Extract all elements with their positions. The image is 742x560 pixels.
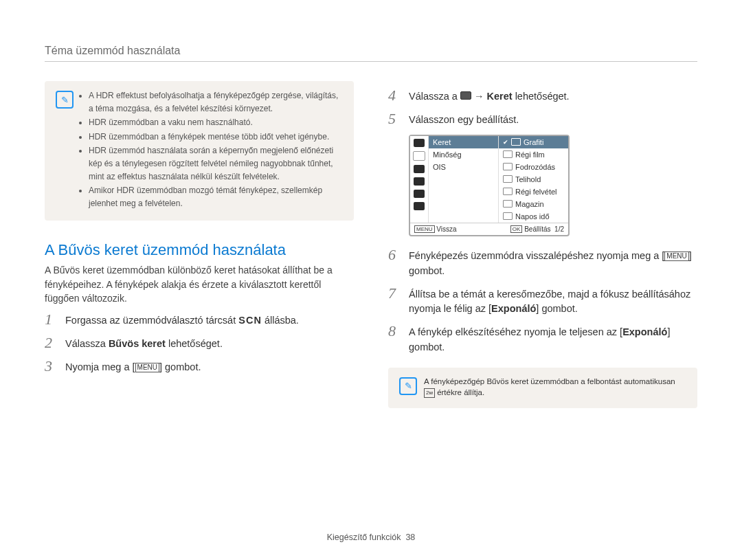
note-item: HDR üzemmódban a fényképek mentése több … (89, 131, 343, 144)
step-number: 5 (388, 111, 402, 126)
lcd-menu-item-keret: Keret (429, 136, 498, 148)
frame-icon (503, 212, 513, 220)
note-item: A HDR effektust befolyásolhatja a fényké… (89, 89, 343, 115)
step-1: 1 Forgassa az üzemmódválasztó tárcsát SC… (45, 312, 354, 328)
section-heading: A Bűvös keret üzemmód használata (45, 241, 354, 259)
step-text: Forgassa az üzemmódválasztó tárcsát SCN … (65, 312, 299, 328)
note-icon: ✎ (56, 91, 74, 109)
note-item: HDR üzemmódban a vaku nem használható. (89, 116, 343, 129)
step-number: 2 (45, 335, 58, 350)
movie-icon (414, 139, 425, 147)
frame-icon (503, 188, 513, 195)
step-text: Nyomja meg a [MENU] gombot. (65, 359, 201, 375)
note-item: HDR üzemmód használata során a képernyőn… (89, 144, 343, 183)
arrow-icon: → (474, 91, 484, 102)
step-text: Fényképezés üzemmódra visszalépéshez nyo… (409, 247, 697, 279)
right-column: 4 Válassza a → Keret lehetőséget. 5 Vála… (388, 81, 697, 408)
step-7: 7 Állítsa be a témát a keresőmezőbe, maj… (388, 286, 697, 317)
step-text: A fénykép elkészítéséhez nyomja le telje… (409, 324, 697, 355)
two-column-layout: ✎ A HDR effektust befolyásolhatja a fény… (45, 81, 697, 408)
page-header: Téma üzemmód használata (45, 45, 697, 62)
note-icon: ✎ (399, 377, 417, 395)
step-number: 6 (388, 247, 402, 262)
lcd-option-selected: ✔Grafiti (499, 136, 568, 148)
step-number: 8 (388, 324, 402, 339)
step-number: 1 (45, 312, 58, 327)
frame-icon (503, 175, 513, 183)
menu-button-icon: MENU (664, 251, 688, 261)
step-number: 4 (388, 88, 402, 103)
menu-button-icon: MENU (135, 363, 159, 372)
step-text: Válasszon egy beállítást. (409, 111, 519, 128)
lcd-ok-icon: OK (510, 225, 523, 234)
frame-icon (511, 138, 521, 146)
resolution-note-box: ✎ A fényképezőgép Bűvös keret üzemmódban… (388, 368, 697, 408)
frame-icon (503, 200, 513, 208)
lcd-mode-icons: ▢ (410, 136, 429, 223)
scn-icon: SCN (238, 315, 262, 326)
step-3: 3 Nyomja meg a [MENU] gombot. (45, 359, 354, 375)
lcd-menu-item: Minőség (429, 148, 498, 161)
frame-icon (503, 150, 513, 158)
page-footer: Kiegészítő funkciók 38 (0, 533, 742, 542)
lcd-option: Napos idő (499, 210, 568, 223)
step-4: 4 Válassza a → Keret lehetőséget. (388, 88, 697, 104)
left-column: ✎ A HDR effektust befolyásolhatja a fény… (45, 81, 354, 408)
step-text: Válassza Bűvös keret lehetőséget. (65, 335, 223, 352)
lcd-option: Régi film (499, 148, 568, 161)
step-8: 8 A fénykép elkészítéséhez nyomja le tel… (388, 324, 697, 355)
resolution-note-text: A fényképezőgép Bűvös keret üzemmódban a… (424, 376, 686, 399)
step-number: 3 (45, 359, 58, 374)
camera-lcd-screenshot: ▢ Keret Minőség OIS ✔Grafiti (409, 135, 570, 237)
lcd-menu-icon: MENU (414, 225, 435, 234)
video-icon (414, 177, 425, 186)
camera-icon: ▢ (413, 151, 425, 161)
resolution-icon: 2м (424, 388, 435, 398)
lcd-option: Régi felvétel (499, 186, 568, 198)
camera-icon (460, 91, 471, 100)
step-6: 6 Fényképezés üzemmódra visszalépéshez n… (388, 247, 697, 279)
step-2: 2 Válassza Bűvös keret lehetőséget. (45, 335, 354, 352)
step-number: 7 (388, 286, 402, 301)
lcd-option: Telihold (499, 173, 568, 186)
hdr-note-list: A HDR effektust befolyásolhatja a fényké… (80, 89, 343, 211)
step-5: 5 Válasszon egy beállítást. (388, 111, 697, 128)
frame-icon (503, 163, 513, 170)
lcd-option: Magazin (499, 198, 568, 210)
lcd-footer: MENU Vissza OK Beállítás 1/2 (410, 223, 568, 236)
hdr-note-box: ✎ A HDR effektust befolyásolhatja a fény… (45, 81, 354, 221)
lcd-option: Fodrozódás (499, 161, 568, 173)
note-item: Amikor HDR üzemmódban mozgó témát fényké… (89, 184, 343, 210)
section-intro: A Bűvös keret üzemmódban különböző keret… (45, 263, 354, 305)
step-text: Válassza a → Keret lehetőséget. (409, 88, 570, 104)
display-icon (414, 202, 425, 210)
sound-icon (414, 190, 425, 198)
lcd-menu-item: OIS (429, 161, 498, 173)
step-text: Állítsa be a témát a keresőmezőbe, majd … (409, 286, 697, 317)
camera2-icon (414, 165, 425, 173)
